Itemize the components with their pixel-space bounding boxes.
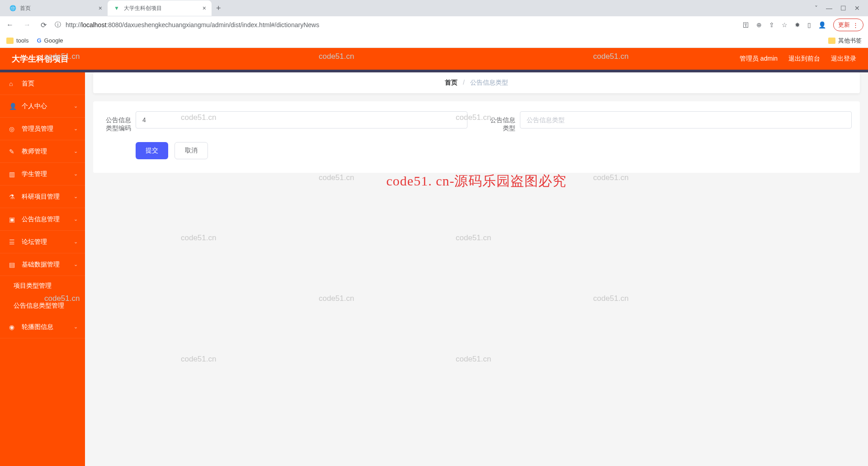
close-window-icon[interactable]: ✕ (854, 5, 860, 12)
sidebar-item-profile[interactable]: 👤 个人中心 ⌄ (0, 95, 85, 118)
google-icon: G (37, 37, 41, 44)
forum-icon: ☰ (9, 238, 17, 246)
panel-icon[interactable]: ▯ (807, 21, 811, 29)
breadcrumb-home[interactable]: 首页 (445, 79, 458, 86)
minimize-icon[interactable]: — (826, 5, 832, 12)
sidebar-item-home[interactable]: ⌂ 首页 (0, 72, 85, 95)
sidebar-item-label: 项目类型管理 (14, 282, 52, 290)
zoom-icon[interactable]: ⊕ (756, 21, 762, 29)
chevron-down-icon: ⌄ (74, 126, 78, 132)
chevron-down-icon: ⌄ (74, 216, 78, 222)
close-icon[interactable]: × (99, 5, 102, 12)
bookmark-tools[interactable]: tools (6, 37, 28, 44)
dropdown-icon[interactable]: ˅ (815, 5, 818, 12)
tab-bar: 🌐 首页 × ▼ 大学生科创项目 × + ˅ — ☐ ✕ (0, 0, 868, 16)
chevron-down-icon: ⌄ (74, 194, 78, 200)
breadcrumb-current: 公告信息类型 (470, 79, 508, 86)
logout-button[interactable]: 退出登录 (831, 55, 856, 63)
sidebar-item-label: 教师管理 (22, 147, 47, 156)
star-icon[interactable]: ☆ (782, 21, 788, 29)
input-type[interactable] (520, 111, 852, 128)
carousel-icon: ◉ (9, 323, 17, 331)
window-controls: ˅ — ☐ ✕ (815, 5, 868, 12)
bookmark-google[interactable]: G Google (37, 37, 63, 44)
sidebar-item-student[interactable]: ▥ 学生管理 ⌄ (0, 163, 85, 185)
label-type: 公告信息类型 (486, 111, 515, 132)
maximize-icon[interactable]: ☐ (840, 5, 846, 12)
forward-button[interactable]: → (22, 21, 33, 29)
share-icon[interactable]: ⇪ (769, 21, 774, 29)
browser-tab-1[interactable]: ▼ 大学生科创项目 × (108, 0, 212, 16)
sidebar-item-label: 公告信息类型管理 (14, 302, 64, 310)
sidebar-item-notice[interactable]: ▣ 公告信息管理 ⌄ (0, 208, 85, 231)
submit-button[interactable]: 提交 (136, 142, 168, 159)
sidebar-item-label: 科研项目管理 (22, 193, 60, 201)
tab-title: 首页 (20, 5, 95, 12)
form-card: 公告信息类型编码 公告信息类型 提交 取消 (93, 101, 860, 173)
chevron-down-icon: ⌄ (74, 103, 78, 109)
address-bar: ← → ⟳ ⓘ http://localhost:8080/daxuesheng… (0, 16, 868, 33)
exit-to-front-button[interactable]: 退出到前台 (788, 55, 820, 63)
chevron-down-icon: ⌄ (74, 171, 78, 177)
sidebar: ⌂ 首页 👤 个人中心 ⌄ ◎ 管理员管理 ⌄ ✎ 教师管理 ⌄ ▥ 学生管理 … (0, 72, 85, 466)
cancel-button[interactable]: 取消 (175, 142, 208, 159)
label-code: 公告信息类型编码 (101, 111, 131, 132)
user-icon: 👤 (9, 103, 17, 110)
profile-icon[interactable]: 👤 (818, 21, 826, 29)
teacher-icon: ✎ (9, 148, 17, 155)
admin-icon: ◎ (9, 125, 17, 133)
url-text: http://localhost:8080/daxueshengkechuang… (66, 21, 319, 29)
close-icon[interactable]: × (203, 5, 206, 12)
url-input[interactable]: ⓘ http://localhost:8080/daxueshengkechua… (55, 21, 736, 29)
main-content: 首页 / 公告信息类型 公告信息类型编码 公告信息类型 提交 取消 code51… (85, 72, 868, 466)
reload-button[interactable]: ⟳ (39, 21, 48, 29)
sidebar-item-carousel[interactable]: ◉ 轮播图信息 ⌄ (0, 316, 85, 338)
folder-icon (828, 38, 835, 44)
chevron-down-icon: ⌄ (74, 324, 78, 330)
tab-title: 大学生科创项目 (124, 5, 199, 12)
back-button[interactable]: ← (5, 21, 15, 29)
vue-icon: ▼ (113, 5, 120, 12)
sidebar-item-label: 首页 (22, 80, 34, 88)
bookmarks-bar: tools G Google 其他书签 (0, 33, 868, 48)
sidebar-item-admin[interactable]: ◎ 管理员管理 ⌄ (0, 118, 85, 140)
info-icon[interactable]: ⓘ (55, 21, 61, 29)
sidebar-item-forum[interactable]: ☰ 论坛管理 ⌄ (0, 231, 85, 253)
home-icon: ⌂ (9, 80, 17, 87)
app-header: 大学生科创项目 管理员 admin 退出到前台 退出登录 (0, 48, 868, 70)
sidebar-item-label: 公告信息管理 (22, 215, 60, 223)
browser-chrome: 🌐 首页 × ▼ 大学生科创项目 × + ˅ — ☐ ✕ ← → ⟳ ⓘ htt… (0, 0, 868, 48)
input-code[interactable] (136, 111, 467, 128)
notice-icon: ▣ (9, 216, 17, 223)
sidebar-subitem-notice-type[interactable]: 公告信息类型管理 (0, 296, 85, 316)
sidebar-item-label: 轮播图信息 (22, 323, 53, 331)
breadcrumb: 首页 / 公告信息类型 (93, 72, 860, 93)
watermark-large: code51. cn-源码乐园盗图必究 (387, 172, 567, 190)
kebab-icon: ⋮ (853, 22, 859, 29)
extensions-icon[interactable]: ✸ (795, 21, 800, 29)
sidebar-item-label: 管理员管理 (22, 125, 53, 133)
student-icon: ▥ (9, 171, 17, 178)
chevron-down-icon: ⌄ (74, 239, 78, 245)
sidebar-item-basedata[interactable]: ▤ 基础数据管理 ⌄ (0, 253, 85, 276)
update-button[interactable]: 更新⋮ (833, 19, 863, 31)
data-icon: ▤ (9, 261, 17, 268)
folder-icon (6, 38, 14, 44)
chevron-down-icon: ⌄ (74, 262, 78, 267)
sidebar-item-research[interactable]: ⚗ 科研项目管理 ⌄ (0, 185, 85, 208)
key-icon[interactable]: ⚿ (743, 21, 749, 29)
sidebar-item-label: 个人中心 (22, 102, 47, 110)
bookmark-other[interactable]: 其他书签 (828, 37, 862, 45)
user-info[interactable]: 管理员 admin (740, 55, 778, 63)
globe-icon: 🌐 (9, 5, 16, 12)
app-title: 大学生科创项目 (12, 53, 69, 64)
sidebar-item-label: 学生管理 (22, 170, 47, 178)
sidebar-subitem-project-type[interactable]: 项目类型管理 (0, 276, 85, 296)
research-icon: ⚗ (9, 193, 17, 200)
new-tab-button[interactable]: + (212, 4, 226, 13)
browser-tab-0[interactable]: 🌐 首页 × (4, 0, 108, 16)
chevron-down-icon: ⌄ (74, 148, 78, 154)
sidebar-item-teacher[interactable]: ✎ 教师管理 ⌄ (0, 140, 85, 163)
sidebar-item-label: 论坛管理 (22, 238, 47, 246)
breadcrumb-separator: / (463, 79, 465, 86)
